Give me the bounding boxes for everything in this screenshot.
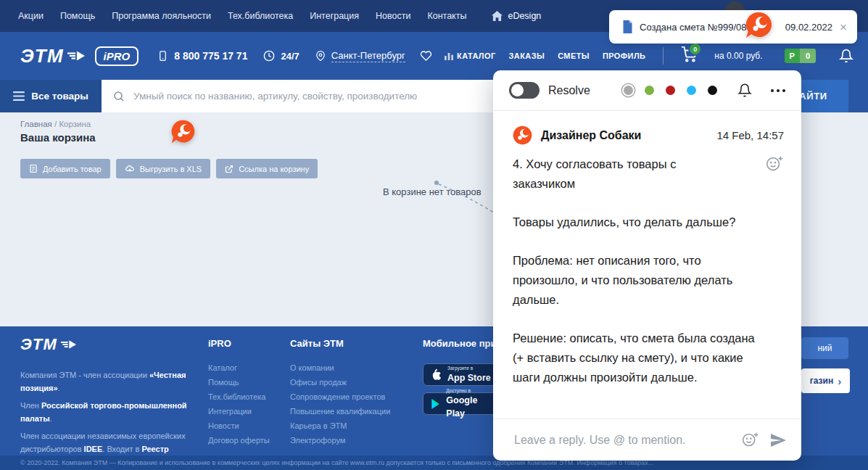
hours-block: 24/7 <box>263 50 299 62</box>
color-swatch-green[interactable] <box>645 86 654 95</box>
etm-arrow-icon <box>67 51 85 61</box>
topbar-link-help[interactable]: Помощь <box>60 11 95 21</box>
comment-paragraph: Проблема: нет описания того, что произош… <box>513 251 763 310</box>
footer-link-career[interactable]: Карьера в ЭТМ <box>290 421 390 430</box>
export-xls-label: Выгрузить в XLS <box>140 165 202 173</box>
color-swatch-cyan[interactable] <box>687 86 696 95</box>
phone-block: 8 800 775 17 71 <box>157 49 247 62</box>
reply-emoji-icon[interactable] <box>741 431 759 449</box>
topbar-link-integration[interactable]: Интеграция <box>310 11 359 21</box>
comment-title-row: 4. Хочу согласовать товары с заказчиком <box>513 154 784 194</box>
document-icon <box>622 20 633 33</box>
panel-notifications-button[interactable] <box>737 83 752 98</box>
compare-block[interactable] <box>443 50 455 62</box>
edesign-link[interactable]: eDesign <box>492 11 541 21</box>
header-divider <box>663 47 664 65</box>
author-avatar <box>513 125 532 145</box>
footer-etm-logo[interactable]: ЭТМ <box>20 335 76 354</box>
all-products-label: Все товары <box>31 91 88 102</box>
add-reaction-icon[interactable] <box>765 154 784 173</box>
hours-label: 24/7 <box>281 51 299 62</box>
googleplay-small-label: Доступно в <box>446 388 496 393</box>
topbar-link-library[interactable]: Тех.библиотека <box>228 11 293 21</box>
home-icon <box>492 11 503 21</box>
appstore-badge[interactable]: Загрузите вApp Store <box>423 363 504 386</box>
close-icon[interactable]: × <box>840 21 847 33</box>
more-options-icon[interactable] <box>771 89 785 92</box>
cart-total: на 0.00 руб. <box>714 51 762 61</box>
footer-link-offices[interactable]: Офисы продаж <box>290 378 390 387</box>
city-selector[interactable]: Санкт-Петербург <box>331 50 405 62</box>
googleplay-badge[interactable]: Доступно вGoogle Play <box>423 392 504 415</box>
nav-profile[interactable]: ПРОФИЛЬ <box>603 51 645 60</box>
color-swatch-black[interactable] <box>708 86 717 95</box>
topbar-link-promos[interactable]: Акции <box>18 11 44 21</box>
send-icon[interactable] <box>769 432 787 449</box>
topbar-link-contacts[interactable]: Контакты <box>427 11 466 21</box>
footer-link-news[interactable]: Новости <box>208 421 270 430</box>
cart-link-button[interactable]: Ссылка на корзину <box>216 159 318 178</box>
comment-panel: Resolve Дизайнер Собаки <box>493 70 801 461</box>
breadcrumb: Главная / Корзина <box>20 120 91 128</box>
edesign-label: eDesign <box>508 11 541 21</box>
comment-header: Дизайнер Собаки 14 Feb, 14:57 <box>513 125 784 145</box>
footer-right-button[interactable]: ний <box>801 337 848 359</box>
reply-bar <box>493 419 801 461</box>
breadcrumb-home[interactable]: Главная <box>20 120 52 128</box>
nav-estimates[interactable]: СМЕТЫ <box>558 51 590 60</box>
resolve-toggle[interactable] <box>509 82 540 99</box>
footer-link-offer[interactable]: Договор оферты <box>208 436 270 445</box>
topbar-link-loyalty[interactable]: Программа лояльности <box>112 11 211 21</box>
etm-logo-text: ЭТМ <box>20 45 64 67</box>
comment-marker-icon[interactable] <box>744 11 773 40</box>
export-xls-button[interactable]: Выгрузить в XLS <box>116 159 210 178</box>
footer-link-catalog[interactable]: Каталог <box>208 363 270 372</box>
add-product-label: Добавить товар <box>43 165 102 173</box>
comment-thread: Дизайнер Собаки 14 Feb, 14:57 4. Хочу со… <box>493 111 801 419</box>
comment-paragraph: Товары удалились, что делать дальше? <box>513 213 763 232</box>
chevron-right-icon: › <box>838 375 841 387</box>
footer-col-ipro-title: iPRO <box>208 338 270 349</box>
notifications-button[interactable] <box>839 49 853 63</box>
nav-catalog[interactable]: КАТАЛОГ <box>457 51 496 60</box>
color-swatch-gray[interactable] <box>624 86 633 95</box>
cart-button[interactable]: 0 <box>681 46 697 65</box>
ipro-logo[interactable]: iPRO <box>95 46 139 66</box>
resolve-label: Resolve <box>548 84 590 97</box>
reply-input[interactable] <box>513 433 731 448</box>
bonus-badge[interactable]: Р 0 <box>785 49 816 63</box>
phone-icon <box>157 49 168 62</box>
footer-link-training[interactable]: Повышение квалификации <box>290 407 390 416</box>
footer-link-about[interactable]: О компании <box>290 363 390 372</box>
toast-notification: Создана смета №999/080 09.02.2022 × <box>609 10 857 44</box>
bell-icon <box>737 83 752 98</box>
toggle-knob <box>511 84 524 96</box>
cart-count-badge: 0 <box>688 42 702 56</box>
footer-link-integrations[interactable]: Интеграции <box>208 407 270 416</box>
topbar-link-news[interactable]: Новости <box>376 11 410 21</box>
footer-col-ipro: iPRO Каталог Помощь Тех.библиотека Интег… <box>208 338 270 445</box>
etm-logo[interactable]: ЭТМ <box>20 45 85 67</box>
color-swatches <box>624 86 717 95</box>
comment-paragraph: Решение: описать, что смета была создана… <box>513 329 763 387</box>
apple-icon <box>431 368 442 381</box>
footer-col-sites-title: Сайты ЭТМ <box>290 338 390 349</box>
favorites-block[interactable] <box>420 50 432 62</box>
clock-icon <box>263 50 275 62</box>
comment-marker-icon[interactable] <box>170 119 196 145</box>
stats-icon <box>443 50 455 62</box>
hamburger-icon <box>13 91 25 101</box>
add-document-icon <box>29 164 38 173</box>
comment-title: 4. Хочу согласовать товары с заказчиком <box>513 154 693 194</box>
phone-number[interactable]: 8 800 775 17 71 <box>174 50 247 62</box>
add-product-button[interactable]: Добавить товар <box>20 159 110 178</box>
footer-link-projects[interactable]: Сопровождение проектов <box>290 392 390 401</box>
footer-link-library[interactable]: Тех.библиотека <box>208 392 270 401</box>
all-products-button[interactable]: Все товары <box>0 80 102 112</box>
footer-link-forum[interactable]: Электрофорум <box>290 436 390 445</box>
googleplay-big-label: Google Play <box>446 395 477 419</box>
footer-shop-link[interactable]: газин › <box>801 368 850 393</box>
footer-link-help[interactable]: Помощь <box>208 378 270 387</box>
nav-orders[interactable]: ЗАКАЗЫ <box>509 51 545 60</box>
color-swatch-red[interactable] <box>666 86 675 95</box>
